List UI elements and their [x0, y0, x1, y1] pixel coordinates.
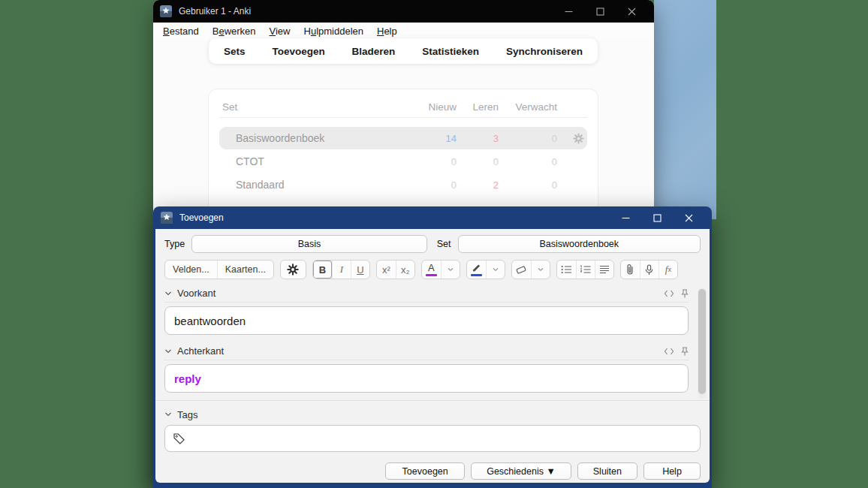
minimize-icon[interactable]: [553, 0, 584, 23]
deck-new-count: 0: [408, 156, 457, 167]
dialog-content: Type Basis Set Basiswoordenboek Velden..…: [155, 229, 710, 483]
superscript-button[interactable]: x²: [377, 261, 396, 279]
menu-bestand[interactable]: Bestand: [156, 23, 206, 39]
table-row[interactable]: Standaard 0 2 0: [219, 173, 587, 196]
deck-due-count: 0: [499, 179, 557, 191]
notetype-deck-row: Type Basis Set Basiswoordenboek: [164, 235, 701, 253]
column-header-leren: Leren: [457, 101, 499, 113]
voorkant-field-input[interactable]: beantwoorden: [164, 306, 689, 335]
column-header-nieuw: Nieuw: [408, 101, 457, 113]
tab-bladeren[interactable]: Bladeren: [352, 46, 396, 57]
menu-view[interactable]: View: [263, 23, 297, 39]
close-button[interactable]: Sluiten: [577, 462, 637, 480]
dialog-window-controls: [610, 206, 704, 229]
cards-button[interactable]: Kaarten...: [217, 261, 273, 279]
column-header-set: Set: [219, 101, 408, 113]
remove-format-dropdown[interactable]: [531, 261, 550, 279]
tab-sets[interactable]: Sets: [224, 46, 246, 57]
deck-new-count: 14: [408, 133, 457, 144]
code-icon[interactable]: [664, 290, 674, 297]
menu-help[interactable]: Help: [370, 23, 404, 39]
editor-toolbar: Velden... Kaarten... B I U: [164, 260, 701, 279]
chevron-down-icon: [164, 411, 172, 417]
menu-hulpmiddelen[interactable]: Hulpmiddelen: [297, 23, 371, 39]
tags-header[interactable]: Tags: [164, 405, 701, 423]
desktop: Gebruiker 1 - Anki Bestand Bewerken View…: [0, 0, 868, 488]
highlight-color-swatch: [471, 274, 482, 276]
desktop-wallpaper-blue: [654, 0, 716, 219]
history-button[interactable]: Geschiedenis ▼: [471, 462, 571, 480]
pen-icon: [472, 264, 481, 273]
main-titlebar: Gebruiker 1 - Anki: [153, 0, 654, 23]
text-color-dropdown[interactable]: [441, 261, 460, 279]
paperclip-icon[interactable]: [621, 261, 640, 279]
text-color-group: A: [421, 260, 460, 279]
menu-bewerken[interactable]: Bewerken: [206, 23, 263, 39]
highlight-color-button[interactable]: [467, 261, 486, 279]
deck-due-count: 0: [499, 133, 557, 144]
maximize-icon[interactable]: [584, 0, 616, 23]
field-label: Achterkant: [177, 345, 224, 357]
main-window-controls: [553, 0, 647, 23]
subscript-button[interactable]: x₂: [396, 261, 414, 279]
gear-icon[interactable]: [281, 261, 306, 279]
italic-button[interactable]: I: [332, 261, 351, 279]
deck-learn-count: 3: [457, 133, 499, 144]
math-button[interactable]: fx: [659, 261, 677, 279]
fields-button[interactable]: Velden...: [165, 261, 217, 279]
highlight-color-dropdown[interactable]: [486, 261, 505, 279]
eraser-icon[interactable]: [512, 261, 531, 279]
tab-statistieken[interactable]: Statistieken: [422, 46, 479, 57]
deck-new-count: 0: [408, 179, 457, 191]
chevron-down-icon: [538, 267, 544, 272]
bullet-list-icon[interactable]: [557, 261, 576, 279]
tags-input[interactable]: [164, 425, 701, 452]
dialog-button-row: Toevoegen Geschiedenis ▼ Sluiten Help: [164, 462, 701, 480]
text-color-swatch: [426, 274, 437, 276]
microphone-icon[interactable]: [640, 261, 659, 279]
field-header-achterkant[interactable]: Achterkant: [164, 342, 689, 360]
tab-synchroniseren[interactable]: Synchroniseren: [506, 46, 583, 57]
underline-button[interactable]: U: [351, 261, 369, 279]
gear-group: [280, 260, 306, 279]
deck-name[interactable]: Basiswoordenboek: [219, 132, 408, 144]
fields-scrollbar[interactable]: [698, 288, 707, 399]
justify-icon[interactable]: [595, 261, 613, 279]
tags-label: Tags: [177, 409, 197, 420]
minimize-icon[interactable]: [610, 206, 641, 229]
dialog-title: Toevoegen: [179, 212, 224, 223]
pin-icon[interactable]: [681, 347, 689, 356]
text-color-button[interactable]: A: [422, 261, 441, 279]
basic-format-group: B I U: [312, 260, 370, 279]
table-row[interactable]: Basiswoordenboek 14 3 0: [219, 127, 587, 149]
deck-name[interactable]: CTOT: [219, 155, 408, 167]
notetype-selector[interactable]: Basis: [191, 235, 427, 253]
deck-table-header: Set Nieuw Leren Verwacht: [219, 97, 587, 118]
close-icon[interactable]: [616, 0, 647, 23]
deck-name[interactable]: Standaard: [219, 179, 408, 191]
achterkant-field-input[interactable]: reply: [164, 364, 689, 393]
list-group: [556, 260, 614, 279]
menu-bar: Bestand Bewerken View Hulpmiddelen Help: [153, 23, 654, 40]
table-row[interactable]: CTOT 0 0 0: [219, 150, 587, 173]
numbered-list-icon[interactable]: [576, 261, 595, 279]
column-header-verwacht: Verwacht: [499, 101, 557, 113]
add-button[interactable]: Toevoegen: [385, 462, 465, 480]
field-header-voorkant[interactable]: Voorkant: [164, 285, 689, 303]
bold-button[interactable]: B: [313, 261, 332, 279]
chevron-down-icon: [164, 291, 172, 297]
close-icon[interactable]: [673, 206, 704, 229]
anki-app-icon: [161, 212, 173, 224]
scrollbar-thumb[interactable]: [698, 289, 706, 394]
deck-gear-icon[interactable]: [573, 133, 584, 144]
code-icon[interactable]: [664, 348, 674, 355]
deck-selector[interactable]: Basiswoordenboek: [458, 235, 701, 253]
maximize-icon[interactable]: [641, 206, 673, 229]
help-button[interactable]: Help: [643, 462, 701, 480]
deck-due-count: 0: [499, 156, 557, 167]
fields-cards-group: Velden... Kaarten...: [164, 260, 274, 279]
pin-icon[interactable]: [681, 289, 689, 298]
tab-toevoegen[interactable]: Toevoegen: [272, 46, 324, 57]
set-label: Set: [437, 239, 451, 249]
media-group: fx: [620, 260, 678, 279]
